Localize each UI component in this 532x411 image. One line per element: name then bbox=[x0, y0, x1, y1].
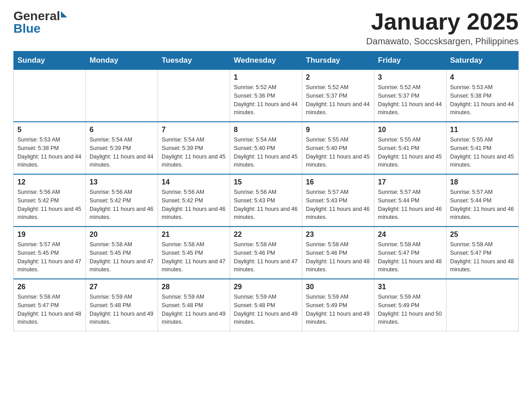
table-row: 20Sunrise: 5:58 AM Sunset: 5:45 PM Dayli… bbox=[86, 227, 158, 279]
day-number: 11 bbox=[450, 126, 515, 134]
day-info: Sunrise: 5:56 AM Sunset: 5:43 PM Dayligh… bbox=[234, 188, 298, 222]
day-info: Sunrise: 5:56 AM Sunset: 5:42 PM Dayligh… bbox=[17, 188, 82, 222]
day-number: 13 bbox=[90, 178, 154, 186]
day-info: Sunrise: 5:57 AM Sunset: 5:44 PM Dayligh… bbox=[378, 188, 442, 222]
table-row: 11Sunrise: 5:55 AM Sunset: 5:41 PM Dayli… bbox=[446, 122, 519, 174]
table-row: 30Sunrise: 5:59 AM Sunset: 5:49 PM Dayli… bbox=[302, 279, 374, 331]
col-saturday: Saturday bbox=[446, 51, 519, 70]
day-number: 1 bbox=[234, 73, 298, 81]
day-number: 2 bbox=[306, 73, 370, 81]
day-info: Sunrise: 5:59 AM Sunset: 5:48 PM Dayligh… bbox=[162, 293, 226, 326]
table-row: 29Sunrise: 5:59 AM Sunset: 5:48 PM Dayli… bbox=[230, 279, 302, 331]
page-header: General Blue January 2025 Damawato, Socc… bbox=[13, 9, 519, 47]
title-section: January 2025 Damawato, Soccsksargen, Phi… bbox=[366, 9, 519, 47]
table-row: 3Sunrise: 5:52 AM Sunset: 5:37 PM Daylig… bbox=[374, 70, 446, 122]
day-number: 26 bbox=[17, 283, 82, 291]
table-row bbox=[158, 70, 230, 122]
day-info: Sunrise: 5:55 AM Sunset: 5:40 PM Dayligh… bbox=[306, 136, 370, 169]
calendar-week-row: 5Sunrise: 5:53 AM Sunset: 5:38 PM Daylig… bbox=[14, 122, 519, 174]
table-row: 2Sunrise: 5:52 AM Sunset: 5:37 PM Daylig… bbox=[302, 70, 374, 122]
col-thursday: Thursday bbox=[302, 51, 374, 70]
day-number: 10 bbox=[378, 126, 442, 134]
day-number: 23 bbox=[306, 231, 370, 239]
day-info: Sunrise: 5:58 AM Sunset: 5:45 PM Dayligh… bbox=[90, 240, 154, 274]
calendar-week-row: 19Sunrise: 5:57 AM Sunset: 5:45 PM Dayli… bbox=[14, 227, 519, 279]
day-info: Sunrise: 5:54 AM Sunset: 5:39 PM Dayligh… bbox=[90, 136, 154, 169]
day-info: Sunrise: 5:53 AM Sunset: 5:38 PM Dayligh… bbox=[17, 136, 82, 169]
calendar-header-row: Sunday Monday Tuesday Wednesday Thursday… bbox=[14, 51, 519, 70]
day-number: 14 bbox=[162, 178, 226, 186]
col-monday: Monday bbox=[86, 51, 158, 70]
table-row: 8Sunrise: 5:54 AM Sunset: 5:40 PM Daylig… bbox=[230, 122, 302, 174]
location-subtitle: Damawato, Soccsksargen, Philippines bbox=[366, 36, 519, 47]
calendar-week-row: 12Sunrise: 5:56 AM Sunset: 5:42 PM Dayli… bbox=[14, 174, 519, 227]
day-info: Sunrise: 5:57 AM Sunset: 5:43 PM Dayligh… bbox=[306, 188, 370, 222]
table-row: 23Sunrise: 5:58 AM Sunset: 5:46 PM Dayli… bbox=[302, 227, 374, 279]
day-number: 31 bbox=[378, 283, 442, 291]
day-number: 20 bbox=[90, 231, 154, 239]
day-info: Sunrise: 5:52 AM Sunset: 5:37 PM Dayligh… bbox=[378, 83, 442, 117]
table-row: 1Sunrise: 5:52 AM Sunset: 5:36 PM Daylig… bbox=[230, 70, 302, 122]
day-info: Sunrise: 5:58 AM Sunset: 5:46 PM Dayligh… bbox=[306, 240, 370, 274]
table-row: 5Sunrise: 5:53 AM Sunset: 5:38 PM Daylig… bbox=[14, 122, 86, 174]
day-number: 9 bbox=[306, 126, 370, 134]
table-row: 16Sunrise: 5:57 AM Sunset: 5:43 PM Dayli… bbox=[302, 174, 374, 227]
calendar-week-row: 26Sunrise: 5:58 AM Sunset: 5:47 PM Dayli… bbox=[14, 279, 519, 331]
day-info: Sunrise: 5:54 AM Sunset: 5:39 PM Dayligh… bbox=[162, 136, 226, 169]
day-info: Sunrise: 5:57 AM Sunset: 5:45 PM Dayligh… bbox=[17, 240, 82, 274]
day-number: 22 bbox=[234, 231, 298, 239]
day-number: 3 bbox=[378, 73, 442, 81]
day-info: Sunrise: 5:55 AM Sunset: 5:41 PM Dayligh… bbox=[378, 136, 442, 169]
table-row: 9Sunrise: 5:55 AM Sunset: 5:40 PM Daylig… bbox=[302, 122, 374, 174]
table-row: 26Sunrise: 5:58 AM Sunset: 5:47 PM Dayli… bbox=[14, 279, 86, 331]
day-info: Sunrise: 5:52 AM Sunset: 5:36 PM Dayligh… bbox=[234, 83, 298, 117]
day-info: Sunrise: 5:58 AM Sunset: 5:46 PM Dayligh… bbox=[234, 240, 298, 274]
table-row: 28Sunrise: 5:59 AM Sunset: 5:48 PM Dayli… bbox=[158, 279, 230, 331]
table-row: 4Sunrise: 5:53 AM Sunset: 5:38 PM Daylig… bbox=[446, 70, 519, 122]
logo-blue: Blue bbox=[13, 21, 41, 36]
day-info: Sunrise: 5:57 AM Sunset: 5:44 PM Dayligh… bbox=[450, 188, 515, 222]
calendar-table: Sunday Monday Tuesday Wednesday Thursday… bbox=[13, 51, 519, 331]
day-number: 18 bbox=[450, 178, 515, 186]
table-row bbox=[14, 70, 86, 122]
table-row: 13Sunrise: 5:56 AM Sunset: 5:42 PM Dayli… bbox=[86, 174, 158, 227]
day-number: 21 bbox=[162, 231, 226, 239]
logo-triangle-icon bbox=[61, 11, 67, 17]
table-row: 10Sunrise: 5:55 AM Sunset: 5:41 PM Dayli… bbox=[374, 122, 446, 174]
day-number: 6 bbox=[90, 126, 154, 134]
col-wednesday: Wednesday bbox=[230, 51, 302, 70]
day-info: Sunrise: 5:56 AM Sunset: 5:42 PM Dayligh… bbox=[90, 188, 154, 222]
table-row: 18Sunrise: 5:57 AM Sunset: 5:44 PM Dayli… bbox=[446, 174, 519, 227]
day-info: Sunrise: 5:59 AM Sunset: 5:49 PM Dayligh… bbox=[378, 293, 442, 326]
day-number: 12 bbox=[17, 178, 82, 186]
day-number: 25 bbox=[450, 231, 515, 239]
table-row: 21Sunrise: 5:58 AM Sunset: 5:45 PM Dayli… bbox=[158, 227, 230, 279]
day-info: Sunrise: 5:56 AM Sunset: 5:42 PM Dayligh… bbox=[162, 188, 226, 222]
table-row: 6Sunrise: 5:54 AM Sunset: 5:39 PM Daylig… bbox=[86, 122, 158, 174]
day-number: 4 bbox=[450, 73, 515, 81]
day-number: 28 bbox=[162, 283, 226, 291]
table-row: 14Sunrise: 5:56 AM Sunset: 5:42 PM Dayli… bbox=[158, 174, 230, 227]
day-info: Sunrise: 5:58 AM Sunset: 5:47 PM Dayligh… bbox=[450, 240, 515, 274]
table-row: 24Sunrise: 5:58 AM Sunset: 5:47 PM Dayli… bbox=[374, 227, 446, 279]
day-number: 7 bbox=[162, 126, 226, 134]
day-number: 5 bbox=[17, 126, 82, 134]
month-title: January 2025 bbox=[366, 9, 519, 34]
day-number: 15 bbox=[234, 178, 298, 186]
day-info: Sunrise: 5:58 AM Sunset: 5:47 PM Dayligh… bbox=[378, 240, 442, 274]
col-sunday: Sunday bbox=[14, 51, 86, 70]
day-info: Sunrise: 5:58 AM Sunset: 5:45 PM Dayligh… bbox=[162, 240, 226, 274]
table-row: 25Sunrise: 5:58 AM Sunset: 5:47 PM Dayli… bbox=[446, 227, 519, 279]
day-number: 27 bbox=[90, 283, 154, 291]
day-number: 19 bbox=[17, 231, 82, 239]
table-row: 17Sunrise: 5:57 AM Sunset: 5:44 PM Dayli… bbox=[374, 174, 446, 227]
day-number: 16 bbox=[306, 178, 370, 186]
day-info: Sunrise: 5:54 AM Sunset: 5:40 PM Dayligh… bbox=[234, 136, 298, 169]
day-info: Sunrise: 5:59 AM Sunset: 5:48 PM Dayligh… bbox=[234, 293, 298, 326]
day-number: 30 bbox=[306, 283, 370, 291]
logo: General Blue bbox=[13, 9, 67, 36]
col-tuesday: Tuesday bbox=[158, 51, 230, 70]
table-row: 7Sunrise: 5:54 AM Sunset: 5:39 PM Daylig… bbox=[158, 122, 230, 174]
day-number: 24 bbox=[378, 231, 442, 239]
table-row bbox=[86, 70, 158, 122]
